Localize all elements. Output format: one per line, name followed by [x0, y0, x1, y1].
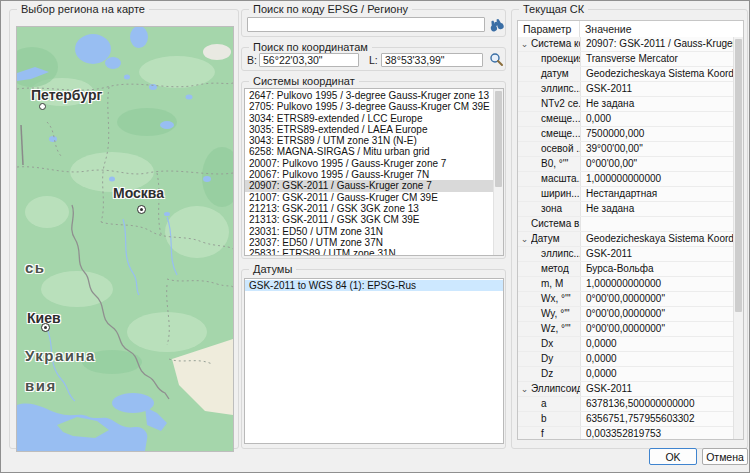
table-header: Параметр Значение — [518, 21, 743, 38]
datums-listbox: GSK-2011 to WGS 84 (1): EPSG-Rus — [244, 278, 504, 444]
table-row[interactable]: B0, °'" 0°00'00,00" — [518, 157, 733, 172]
table-row[interactable]: Dx 0,0000 — [518, 337, 733, 352]
expand-icon[interactable] — [518, 52, 531, 66]
systems-groupbox: Системы координат 2647: Pulkovo 1995 / 3… — [241, 81, 506, 259]
expand-icon[interactable] — [518, 127, 531, 141]
table-scrollbar-thumb[interactable] — [735, 39, 742, 312]
table-row[interactable]: ширин... Нестандартная — [518, 187, 733, 202]
expand-icon[interactable] — [518, 82, 531, 96]
table-row[interactable]: ⌄ Датум Geodezicheskaya Sistema Koordina… — [518, 232, 733, 247]
expand-icon[interactable] — [518, 337, 531, 351]
table-row[interactable]: эллипс... GSK-2011 — [518, 82, 733, 97]
expand-icon[interactable] — [518, 352, 531, 366]
list-item[interactable]: 3043: ETRS89 / UTM zone 31N (N-E) — [245, 135, 493, 146]
list-item[interactable]: 20907: GSK-2011 / Gauss-Kruger zone 7 — [245, 180, 493, 191]
expand-icon[interactable]: ⌄ — [518, 37, 531, 51]
value-cell: Geodezicheskaya Sistema Koordinat 2011 — [580, 232, 733, 246]
table-row[interactable]: осевой ... 39°00'00,00" — [518, 142, 733, 157]
table-row[interactable]: Wy, °'" 0°00'00,0000000" — [518, 307, 733, 322]
coordinate-search-button[interactable] — [488, 51, 505, 68]
binoculars-button[interactable] — [488, 16, 505, 33]
list-item[interactable]: 2647: Pulkovo 1995 / 3-degree Gauss-Krug… — [245, 90, 493, 101]
value-cell: 0°00'00,0000000" — [580, 292, 733, 306]
table-row[interactable]: зона Не задана — [518, 202, 733, 217]
expand-icon[interactable] — [518, 217, 531, 231]
expand-icon[interactable] — [518, 112, 531, 126]
table-row[interactable]: масшта... 1,000000000000 — [518, 172, 733, 187]
expand-icon[interactable] — [518, 202, 531, 216]
expand-icon[interactable]: ⌄ — [518, 382, 531, 396]
table-row[interactable]: смеще... 0,000 — [518, 112, 733, 127]
expand-icon[interactable] — [518, 397, 531, 411]
cancel-button[interactable]: Отмена — [702, 448, 748, 465]
table-row[interactable]: m, M 1,000000000000 — [518, 277, 733, 292]
list-item[interactable]: 21007: GSK-2011 / Gauss-Kruger CM 39E — [245, 192, 493, 203]
list-item[interactable]: 20067: Pulkovo 1995 / Gauss-Kruger 7N — [245, 169, 493, 180]
l-input[interactable] — [381, 53, 483, 67]
systems-scrollbar[interactable] — [493, 89, 503, 255]
list-item[interactable]: 6258: MAGNA-SIRGAS / Mitu urban grid — [245, 146, 493, 157]
b-input[interactable] — [259, 53, 359, 67]
table-row[interactable]: Dy 0,0000 — [518, 352, 733, 367]
systems-scrollbar-thumb[interactable] — [495, 91, 502, 187]
value-cell: 39°00'00,00" — [580, 142, 733, 156]
list-item[interactable]: 21313: GSK-2011 / GSK 3GK CM 39E — [245, 214, 493, 225]
list-item[interactable]: 20007: Pulkovo 1995 / Gauss-Kruger zone … — [245, 158, 493, 169]
value-column-header[interactable]: Значение — [580, 21, 743, 37]
city-marker-icon[interactable] — [39, 103, 46, 110]
expand-icon[interactable] — [518, 67, 531, 81]
table-row[interactable]: эллипс... GSK-2011 — [518, 247, 733, 262]
table-row[interactable]: Wz, °'" 0°00'00,0000000" — [518, 322, 733, 337]
expand-icon[interactable] — [518, 292, 531, 306]
systems-listbox: 2647: Pulkovo 1995 / 3-degree Gauss-Krug… — [244, 88, 504, 256]
table-row[interactable]: b 6356751,757955603302 — [518, 412, 733, 427]
table-row[interactable]: смеще... 7500000,000 — [518, 127, 733, 142]
list-item[interactable]: 21213: GSK-2011 / GSK 3GK zone 13 — [245, 203, 493, 214]
datums-title: Датумы — [249, 263, 296, 275]
value-cell: Не задана — [580, 202, 733, 216]
expand-icon[interactable] — [518, 307, 531, 321]
expand-icon[interactable] — [518, 427, 531, 440]
expand-icon[interactable] — [518, 412, 531, 426]
expand-icon[interactable] — [518, 367, 531, 381]
expand-icon[interactable] — [518, 157, 531, 171]
table-row[interactable]: Dz 0,0000 — [518, 367, 733, 382]
expand-icon[interactable] — [518, 262, 531, 276]
table-row[interactable]: a 6378136,500000000000 — [518, 397, 733, 412]
table-row[interactable]: проекция Transverse Mercator — [518, 52, 733, 67]
epsg-search-input[interactable] — [247, 17, 485, 32]
expand-icon[interactable] — [518, 187, 531, 201]
value-cell — [580, 217, 733, 231]
table-row[interactable]: NTv2 се... Не задана — [518, 97, 733, 112]
expand-icon[interactable] — [518, 97, 531, 111]
list-item[interactable]: 23037: ED50 / UTM zone 37N — [245, 237, 493, 248]
ok-button[interactable]: OK — [649, 448, 697, 465]
expand-icon[interactable] — [518, 277, 531, 291]
list-item[interactable]: 25831: ETRS89 / UTM zone 31N — [245, 248, 493, 256]
table-row[interactable]: f 0,003352819753 — [518, 427, 733, 440]
expand-icon[interactable] — [518, 322, 531, 336]
list-item[interactable]: 2705: Pulkovo 1995 / 3-degree Gauss-Krug… — [245, 101, 493, 112]
binoculars-icon — [488, 16, 505, 33]
list-item[interactable]: GSK-2011 to WGS 84 (1): EPSG-Rus — [245, 280, 503, 291]
expand-icon[interactable]: ⌄ — [518, 232, 531, 246]
table-row[interactable]: ⌄ Система ко... 20907: GSK-2011 / Gauss-… — [518, 37, 733, 52]
city-marker-icon[interactable] — [41, 323, 50, 332]
table-row[interactable]: метод Бурса-Вольфа — [518, 262, 733, 277]
expand-icon[interactable] — [518, 247, 531, 261]
value-cell: 6356751,757955603302 — [580, 412, 733, 426]
table-row[interactable]: Wx, °'" 0°00'00,0000000" — [518, 292, 733, 307]
list-item[interactable]: 23031: ED50 / UTM zone 31N — [245, 226, 493, 237]
list-item[interactable]: 3034: ETRS89-extended / LCC Europe — [245, 113, 493, 124]
table-row[interactable]: датум Geodezicheskaya Sistema Koordinat … — [518, 67, 733, 82]
expand-icon[interactable] — [518, 172, 531, 186]
list-item[interactable]: 3035: ETRS89-extended / LAEA Europe — [245, 124, 493, 135]
region-map[interactable]: ПетербургМосквасьКиевУкраинавия — [16, 26, 234, 452]
table-scrollbar[interactable] — [733, 37, 743, 439]
table-rows: ⌄ Система ко... 20907: GSK-2011 / Gauss-… — [518, 37, 733, 439]
table-row[interactable]: ⌄ Эллипсоид GSK-2011 — [518, 382, 733, 397]
table-row[interactable]: Система в... — [518, 217, 733, 232]
city-marker-icon[interactable] — [137, 205, 146, 214]
expand-icon[interactable] — [518, 142, 531, 156]
param-column-header[interactable]: Параметр — [518, 21, 580, 37]
